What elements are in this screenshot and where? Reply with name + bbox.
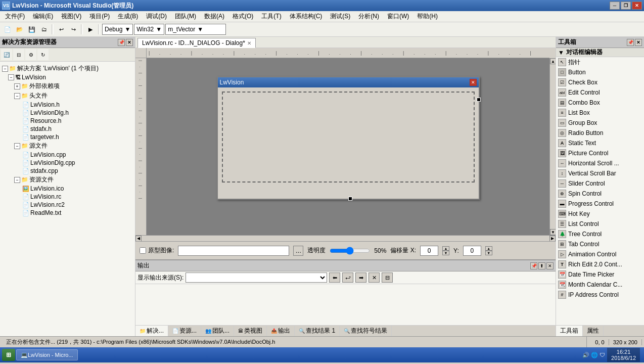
toolbox-item-slider[interactable]: ─ Slider Control [556, 178, 644, 189]
project-item[interactable]: − 🏗 LwVision [2, 73, 133, 81]
menu-format[interactable]: 格式(O) [228, 11, 257, 22]
toolbox-item-listctrl[interactable]: ☰ List Control [556, 219, 644, 229]
toolbox-item-checkbox[interactable]: ☑ Check Box [556, 77, 644, 87]
toolbox-item-spin[interactable]: ⊕ Spin Control [556, 189, 644, 199]
menu-analyze[interactable]: 分析(N) [354, 11, 383, 22]
offset-x-up-button[interactable]: ▲ [442, 246, 449, 251]
vertical-scrollbar[interactable]: ▲ ▼ [549, 58, 556, 235]
dialog-content-area[interactable] [222, 92, 475, 183]
horizontal-scrollbar[interactable]: ◀ ▶ [135, 235, 556, 241]
output-btn-1[interactable]: ⬅ [329, 272, 340, 283]
toolbox-item-picture[interactable]: 🖼 Picture Control [556, 148, 644, 158]
toolbox-pin-button[interactable]: 📌 [627, 39, 634, 46]
platform-dropdown[interactable]: Win32 ▼ [134, 24, 164, 35]
headers-toggle[interactable]: − [14, 93, 20, 99]
menu-build[interactable]: 生成(B) [114, 11, 142, 22]
new-button[interactable]: 📄 [2, 24, 13, 35]
menu-view[interactable]: 视图(V) [57, 11, 85, 22]
sol-properties-button[interactable]: ⚙ [25, 49, 36, 60]
tree-readme[interactable]: 📄 ReadMe.txt [2, 209, 133, 217]
toolbox-item-radio[interactable]: ◎ Radio Button [556, 128, 644, 138]
dialog-close-button[interactable]: ✕ [470, 79, 477, 86]
output-btn-4[interactable]: ✕ [369, 272, 380, 283]
toolbox-tab[interactable]: 工具箱 [556, 326, 583, 336]
tree-lwvision-ico[interactable]: 🖼️ LwVision.ico [2, 185, 133, 193]
offset-y-down-button[interactable]: ▼ [485, 251, 492, 255]
menu-edit[interactable]: 编辑(E) [29, 11, 57, 22]
clock-area[interactable]: 16:21 2018/6/12 [607, 348, 640, 362]
panel-tab-resources[interactable]: 📄 资源... [168, 326, 201, 336]
tab-close-button[interactable]: ✕ [247, 40, 251, 46]
panel-tab-team[interactable]: 👥 团队... [201, 326, 234, 336]
restore-button[interactable]: ❐ [621, 2, 631, 10]
toolbox-item-monthcal[interactable]: 📆 Month Calendar C... [556, 280, 644, 290]
start-button[interactable]: ⊞ [2, 349, 15, 361]
scroll-left-button[interactable]: ◀ [135, 236, 142, 242]
toolbox-header-buttons[interactable]: 📌 ✕ [627, 39, 642, 46]
toolbox-item-richedit[interactable]: T Rich Edit 2.0 Cont... [556, 259, 644, 269]
offset-x-down-button[interactable]: ▼ [442, 251, 449, 255]
properties-tab[interactable]: 属性 [583, 326, 604, 336]
output-btn-3[interactable]: ➡ [355, 272, 366, 283]
panel-tab-findresults[interactable]: 🔍 查找结果 1 [295, 326, 340, 336]
project-toggle[interactable]: − [8, 74, 14, 80]
sol-refresh-button[interactable]: 🔄 [1, 49, 12, 60]
tree-sources-group[interactable]: − 📁 源文件 [2, 141, 133, 151]
target-dropdown[interactable]: m_tVector ▼ [165, 24, 226, 35]
tree-stdafx-cpp[interactable]: 📄 stdafx.cpp [2, 167, 133, 175]
toolbox-section-header[interactable]: ▼ 对话框编辑器 [556, 48, 644, 57]
solution-toggle[interactable]: − [2, 66, 8, 72]
save-button[interactable]: 💾 [26, 24, 37, 35]
output-pin-button[interactable]: 📌 [530, 262, 537, 269]
open-button[interactable]: 📂 [14, 24, 25, 35]
tree-headers-group[interactable]: − 📁 头文件 [2, 91, 133, 101]
build-button[interactable]: ▶ [85, 24, 96, 35]
tree-resources-group[interactable]: − 📁 资源文件 [2, 175, 133, 185]
toolbox-item-datetime[interactable]: 📅 Date Time Picker [556, 269, 644, 280]
tree-stdafx-h[interactable]: 📄 stdafx.h [2, 125, 133, 133]
menu-project[interactable]: 项目(P) [85, 11, 114, 22]
title-bar-buttons[interactable]: ─ ❐ ✕ [610, 2, 642, 10]
toolbox-item-hotkey[interactable]: ⌨ Hot Key [556, 209, 644, 219]
toolbox-item-hscroll[interactable]: ↔ Horizontal Scroll ... [556, 158, 644, 168]
toolbox-item-tree[interactable]: 🌲 Tree Control [556, 229, 644, 239]
menu-help[interactable]: 帮助(H) [413, 11, 442, 22]
output-btn-2[interactable]: ⮐ [342, 272, 353, 283]
pin-button[interactable]: 📌 [118, 39, 125, 46]
resize-handle-right[interactable] [477, 98, 481, 102]
toolbox-close-button[interactable]: ✕ [635, 39, 642, 46]
toolbox-item-combo[interactable]: ▤ Combo Box [556, 98, 644, 108]
toolbox-item-animation[interactable]: ▷ Animation Control [556, 249, 644, 259]
menu-tools[interactable]: 工具(T) [257, 11, 285, 22]
sol-refresh2-button[interactable]: ↻ [37, 49, 49, 60]
offset-y-up-button[interactable]: ▲ [485, 246, 492, 251]
tree-resource-h[interactable]: 📄 Resource.h [2, 117, 133, 125]
panel-header-buttons[interactable]: 📌 ✕ [118, 39, 133, 46]
tree-lwvision-cpp[interactable]: 📄 LwVision.cpp [2, 151, 133, 159]
sol-filter-button[interactable]: ⊟ [13, 49, 24, 60]
tree-lwvision-rc2[interactable]: 📄 LwVision.rc2 [2, 201, 133, 209]
toolbox-item-vscroll[interactable]: ↕ Vertical Scroll Bar [556, 168, 644, 178]
ext-toggle[interactable]: + [14, 83, 20, 89]
panel-tab-classview[interactable]: 🏛 类视图 [234, 326, 267, 336]
panel-tab-solution[interactable]: 📁 解决... [135, 326, 168, 336]
tree-lwvisiondlg-h[interactable]: 📄 LwVisionDlg.h [2, 109, 133, 117]
close-button[interactable]: ✕ [632, 2, 642, 10]
tree-lwvision-rc[interactable]: 📄 LwVision.rc [2, 193, 133, 201]
tree-lwvision-h[interactable]: 📄 LwVision.h [2, 101, 133, 109]
close-panel-button[interactable]: ✕ [126, 39, 133, 46]
menu-data[interactable]: 数据(A) [200, 11, 228, 22]
toolbox-item-ipaddress[interactable]: # IP Address Control [556, 290, 644, 300]
save-all-button[interactable]: 🗂 [38, 24, 50, 35]
browse-button[interactable]: ... [293, 246, 303, 256]
scroll-down-button[interactable]: ▼ [550, 229, 556, 235]
active-tab[interactable]: LwVision.rc - ID...N_DIALOG - Dialog* ✕ [137, 38, 256, 48]
toolbox-item-groupbox[interactable]: ▭ Group Box [556, 118, 644, 128]
output-source-select[interactable] [186, 272, 327, 283]
toolbox-item-tab[interactable]: ⊞ Tab Control [556, 239, 644, 249]
config-dropdown[interactable]: Debug ▼ [102, 24, 133, 35]
design-canvas[interactable]: LwVision ✕ [147, 58, 549, 235]
menu-test[interactable]: 测试(S) [326, 11, 354, 22]
menu-team[interactable]: 团队(M) [171, 11, 200, 22]
menu-architecture[interactable]: 体系结构(C) [286, 11, 327, 22]
